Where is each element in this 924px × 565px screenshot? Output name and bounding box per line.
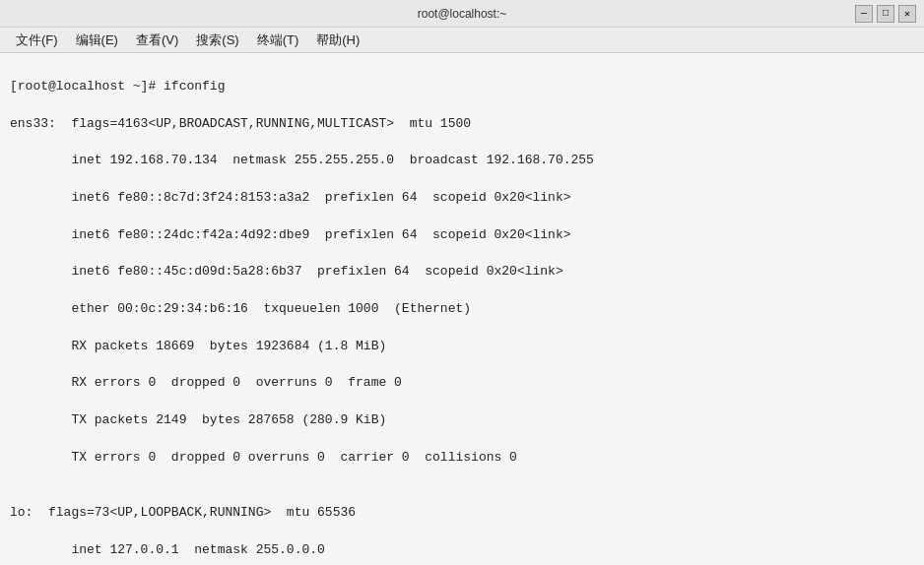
terminal-prompt: [root@localhost ~]# ifconfig (10, 78, 914, 96)
menu-file[interactable]: 文件(F) (8, 30, 66, 51)
ens33-line-1: inet6 fe80::8c7d:3f24:8153:a3a2 prefixle… (10, 189, 914, 208)
ens33-line-5: RX packets 18669 bytes 1923684 (1.8 MiB) (10, 338, 914, 356)
ens33-line-4: ether 00:0c:29:34:b6:16 txqueuelen 1000 … (10, 300, 914, 319)
maximize-button[interactable]: □ (877, 5, 894, 23)
minimize-button[interactable]: — (855, 5, 873, 23)
ens33-line-2: inet6 fe80::24dc:f42a:4d92:dbe9 prefixle… (10, 226, 914, 245)
menu-terminal[interactable]: 终端(T) (249, 30, 307, 51)
window-controls: — □ ✕ (855, 5, 916, 23)
ens33-line-6: RX errors 0 dropped 0 overruns 0 frame 0 (10, 374, 914, 393)
window-title: root@localhost:~ (418, 7, 507, 21)
menu-search[interactable]: 搜索(S) (188, 30, 246, 51)
lo-header: lo: flags=73<UP,LOOPBACK,RUNNING> mtu 65… (10, 504, 914, 523)
ens33-line-8: TX errors 0 dropped 0 overruns 0 carrier… (10, 449, 914, 468)
ens33-line-3: inet6 fe80::45c:d09d:5a28:6b37 prefixlen… (10, 263, 914, 282)
menu-help[interactable]: 帮助(H) (308, 30, 367, 51)
title-bar: root@localhost:~ — □ ✕ (0, 0, 924, 28)
menu-view[interactable]: 查看(V) (128, 30, 186, 51)
ens33-header: ens33: flags=4163<UP,BROADCAST,RUNNING,M… (10, 115, 914, 134)
close-button[interactable]: ✕ (898, 5, 916, 23)
menu-bar: 文件(F) 编辑(E) 查看(V) 搜索(S) 终端(T) 帮助(H) (0, 28, 924, 53)
lo-line-0: inet 127.0.0.1 netmask 255.0.0.0 (10, 541, 914, 560)
menu-edit[interactable]: 编辑(E) (68, 30, 126, 51)
ens33-line-7: TX packets 2149 bytes 287658 (280.9 KiB) (10, 411, 914, 430)
terminal-output[interactable]: [root@localhost ~]# ifconfig ens33: flag… (0, 53, 924, 565)
ens33-line-0: inet 192.168.70.134 netmask 255.255.255.… (10, 152, 914, 170)
